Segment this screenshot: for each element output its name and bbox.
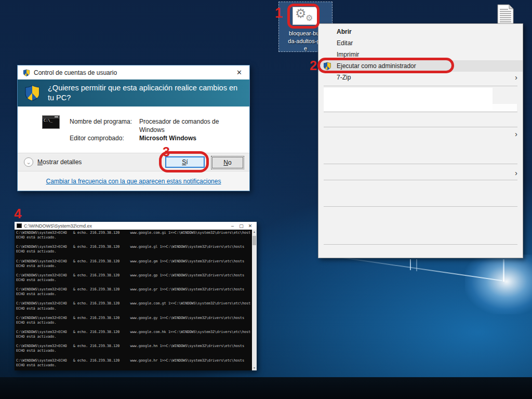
terminal-blank-line xyxy=(16,254,251,259)
censored-menu-block xyxy=(324,88,493,111)
scrollbar[interactable]: ▲ ▼ xyxy=(252,230,257,370)
terminal-response-line: ECHO está activado. xyxy=(16,335,251,339)
wallpaper-dark-strip xyxy=(0,377,532,399)
cmd-window: C:\WINDOWS\System32\cmd.ex – ▢ ✕ C:\WIND… xyxy=(15,222,257,370)
maximize-button[interactable]: ▢ xyxy=(237,223,246,229)
notification-settings-link[interactable]: Cambiar la frecuencia con la que aparece… xyxy=(46,178,221,185)
menu-item-label: Abrir xyxy=(337,28,352,35)
terminal-response-line: ECHO está activado. xyxy=(16,292,251,297)
cmd-window-title: C:\WINDOWS\System32\cmd.ex xyxy=(24,223,228,229)
terminal-response-line: ECHO está activado. xyxy=(16,264,251,269)
annotation-circle-2 xyxy=(317,58,454,73)
scroll-down-icon[interactable]: ▼ xyxy=(252,366,257,370)
uac-shield-icon xyxy=(23,69,30,76)
terminal-command-line: C:\WINDOWS\system32>ECHO & echo. 216.239… xyxy=(16,316,251,321)
terminal-response-line: ECHO está activado. xyxy=(16,249,251,254)
uac-body: C:\_ Nombre del programa: Editor comprob… xyxy=(18,107,249,153)
annotation-step-1: 1 xyxy=(275,5,283,21)
menu-item-abrir[interactable]: Abrir xyxy=(318,26,523,37)
uac-field-labels: Nombre del programa: Editor comprobado: xyxy=(70,117,137,142)
terminal-blank-line xyxy=(16,297,251,301)
annotation-step-2: 2 xyxy=(310,58,317,73)
cmd-title-bar[interactable]: C:\WINDOWS\System32\cmd.ex – ▢ ✕ xyxy=(15,222,257,230)
submenu-chevron-icon: › xyxy=(515,72,517,83)
uac-banner: ¿Quieres permitir que esta aplicación re… xyxy=(18,79,249,107)
menu-item-label: 7-Zip xyxy=(337,74,351,81)
terminal-blank-line xyxy=(16,368,251,370)
cmd-icon xyxy=(17,223,22,228)
terminal-command-line: C:\WINDOWS\system32>ECHO & echo. 216.239… xyxy=(16,231,251,235)
wallpaper-beam xyxy=(410,259,411,270)
menu-separator xyxy=(324,244,517,245)
scroll-up-icon[interactable]: ▲ xyxy=(252,230,257,234)
terminal-response-line: ECHO está activado. xyxy=(16,321,251,325)
terminal-blank-line xyxy=(16,311,251,316)
terminal-command-line: C:\WINDOWS\system32>ECHO & echo. 216.239… xyxy=(16,301,251,306)
terminal-blank-line xyxy=(16,240,251,245)
close-button[interactable]: ✕ xyxy=(246,223,255,229)
annotation-circle-3 xyxy=(159,151,209,172)
menu-item-editar[interactable]: Editar xyxy=(318,37,523,49)
terminal-command-line: C:\WINDOWS\system32>ECHO & echo. 216.239… xyxy=(16,273,251,278)
terminal-command-line: C:\WINDOWS\system32>ECHO & echo. 216.239… xyxy=(16,287,251,292)
annotation-step-4: 4 xyxy=(14,206,21,222)
desktop: ⚙ ⚙ bloquear-bus da-adultos-go e AbrirEd… xyxy=(0,0,532,399)
context-menu-items: AbrirEditarImprimirEjecutar como adminis… xyxy=(318,26,523,83)
chevron-down-icon: ⌄ xyxy=(24,157,33,167)
uac-dialog: Control de cuentas de usuario ✕ ¿Quieres… xyxy=(17,65,250,191)
menu-separator xyxy=(324,164,517,164)
submenu-chevron-icon: › xyxy=(515,168,517,177)
terminal-response-line: ECHO está activado. xyxy=(16,349,251,353)
terminal-command-line: C:\WINDOWS\system32>ECHO & echo. 216.239… xyxy=(16,330,251,335)
terminal-response-line: ECHO está activado. xyxy=(16,278,251,283)
uac-footer: ⌄ Mostrar detalles Sí No xyxy=(18,153,249,171)
wallpaper-beam xyxy=(503,259,504,282)
terminal-blank-line xyxy=(16,325,251,330)
program-name-value: Procesador de comandos de Windows xyxy=(139,117,238,134)
menu-separator xyxy=(324,112,517,112)
menu-item-label: Editar xyxy=(337,39,353,47)
program-name-label: Nombre del programa: xyxy=(70,117,137,126)
cmd-program-icon: C:\_ xyxy=(42,115,60,129)
terminal-command-line: C:\WINDOWS\system32>ECHO & echo. 216.239… xyxy=(16,358,251,363)
uac-dialog-title: Control de cuentas de usuario xyxy=(34,69,234,76)
uac-field-values: Procesador de comandos de Windows Micros… xyxy=(139,117,243,142)
scrollbar-thumb[interactable] xyxy=(252,236,256,245)
terminal-command-line: C:\WINDOWS\system32>ECHO & echo. 216.239… xyxy=(16,259,251,264)
terminal-blank-line xyxy=(16,269,251,273)
menu-item-7-zip[interactable]: 7-Zip› xyxy=(318,72,523,83)
terminal-command-line: C:\WINDOWS\system32>ECHO & echo. 216.239… xyxy=(16,344,251,349)
terminal-response-line: ECHO está activado. xyxy=(16,363,251,368)
uac-link-row: Cambiar la frecuencia con la que aparece… xyxy=(18,171,249,191)
terminal-output: C:\WINDOWS\system32>ECHO & echo. 216.239… xyxy=(16,231,251,370)
wallpaper-glow xyxy=(465,255,532,314)
no-button[interactable]: No xyxy=(212,157,243,168)
show-details-toggle[interactable]: ⌄ Mostrar detalles xyxy=(24,157,243,167)
submenu-chevron-icon: › xyxy=(515,129,517,138)
menu-separator xyxy=(324,180,517,180)
menu-separator xyxy=(324,86,517,86)
menu-item-label: Imprimir xyxy=(337,51,359,58)
publisher-value: Microsoft Windows xyxy=(139,134,243,142)
terminal-response-line: ECHO está activado. xyxy=(16,235,251,240)
terminal-blank-line xyxy=(16,353,251,358)
uac-title-bar: Control de cuentas de usuario ✕ xyxy=(18,65,249,79)
terminal-response-line: ECHO está activado. xyxy=(16,307,251,311)
close-icon[interactable]: ✕ xyxy=(234,69,244,76)
cmd-body: C:\WINDOWS\system32>ECHO & echo. 216.239… xyxy=(15,230,257,370)
annotation-circle-1 xyxy=(287,4,320,29)
uac-question: ¿Quieres permitir que esta aplicación re… xyxy=(48,83,243,103)
wallpaper-beam xyxy=(416,259,417,271)
menu-separator xyxy=(324,206,517,207)
uac-shield-icon xyxy=(24,85,41,101)
terminal-blank-line xyxy=(16,339,251,344)
minimize-button[interactable]: – xyxy=(228,223,237,229)
publisher-label: Editor comprobado: xyxy=(70,134,137,142)
censored-menu-block xyxy=(493,104,517,111)
terminal-blank-line xyxy=(16,283,251,287)
terminal-command-line: C:\WINDOWS\system32>ECHO & echo. 216.239… xyxy=(16,245,251,249)
text-document-icon[interactable] xyxy=(497,4,514,25)
menu-separator xyxy=(324,127,517,127)
